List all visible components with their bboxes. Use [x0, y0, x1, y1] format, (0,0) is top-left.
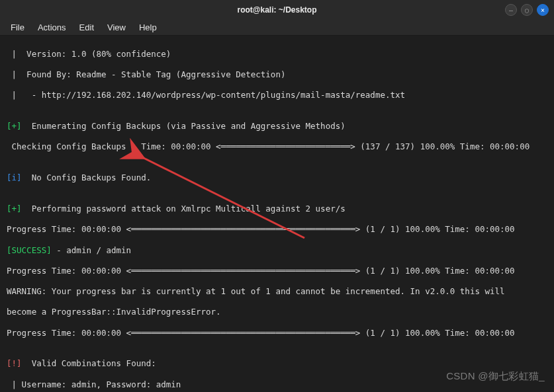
terminal-output[interactable]: | Version: 1.0 (80% confidence) | Found …	[0, 36, 554, 392]
output-line: Checking Config Backups - Time: 00:00:00…	[7, 141, 547, 152]
output-line: Progress Time: 00:00:00 <═══════════════…	[7, 266, 547, 276]
output-line: Progress Time: 00:00:00 <═══════════════…	[7, 328, 547, 338]
menu-help[interactable]: Help	[134, 21, 162, 34]
menu-view[interactable]: View	[102, 21, 131, 34]
menu-actions[interactable]: Actions	[32, 21, 71, 34]
menu-file[interactable]: File	[5, 21, 30, 34]
menu-edit[interactable]: Edit	[74, 21, 99, 34]
output-line: | Version: 1.0 (80% confidence)	[7, 49, 547, 59]
output-line: | Found By: Readme - Stable Tag (Aggress…	[7, 69, 547, 80]
minimize-button[interactable]: –	[505, 4, 517, 16]
maximize-button[interactable]: ○	[521, 4, 533, 16]
output-line: WARNING: Your progress bar is currently …	[7, 286, 547, 297]
output-line: [i] No Config Backups Found.	[7, 173, 547, 183]
output-line: [+] Performing password attack on Xmlrpc…	[7, 204, 547, 214]
window-title: root@kali: ~/Desktop	[7, 5, 547, 15]
close-button[interactable]: ×	[537, 4, 549, 16]
output-line: Progress Time: 00:00:00 <═══════════════…	[7, 224, 547, 235]
output-line: [+] Enumerating Config Backups (via Pass…	[7, 121, 547, 132]
output-line-success: [SUCCESS] - admin / admin	[7, 245, 547, 256]
menu-bar: File Actions Edit View Help	[0, 20, 554, 36]
output-line: | - http://192.168.202.140/wordpress/wp-…	[7, 90, 547, 100]
window-titlebar: root@kali: ~/Desktop – ○ ×	[0, 0, 554, 20]
output-line: [!] Valid Combinations Found:	[7, 358, 547, 369]
output-line: become a ProgressBar::InvalidProgressErr…	[7, 307, 547, 317]
window-controls: – ○ ×	[505, 4, 549, 16]
watermark-text: CSDN @御七彩虹猫_	[446, 370, 545, 383]
